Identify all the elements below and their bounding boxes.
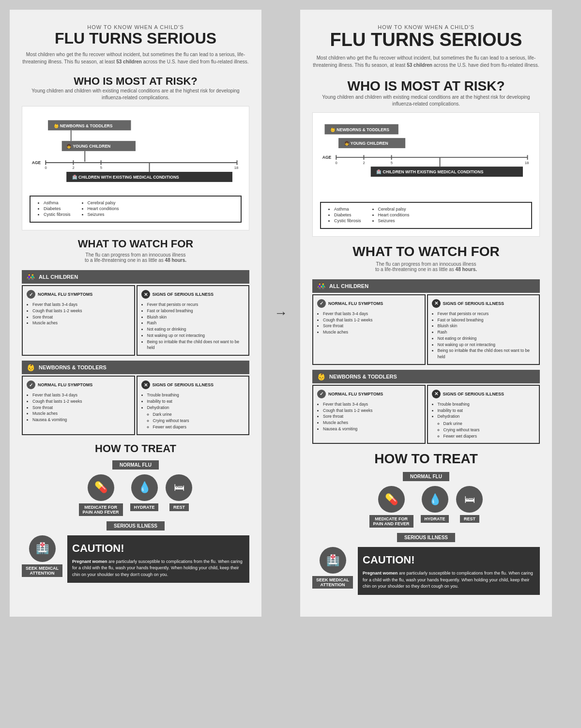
symptom-item: Trouble breathing (147, 392, 245, 398)
symptom-item: Sore throat (323, 413, 421, 420)
left-treat-section: HOW TO TREAT NORMAL FLU 💊 MEDICATE FORPA… (22, 442, 249, 583)
left-serious-symptoms-header: ✕ SIGNS OF SERIOUS ILLNESS (141, 290, 245, 299)
condition-item: Asthma (44, 200, 71, 205)
right-newborns-serious-label: SIGNS OF SERIOUS ILLNESS (443, 392, 505, 396)
right-newborns-header: 👶 NEWBORNS & TODDLERS (312, 370, 540, 383)
right-caution-text: Pregnant women are particularly suscepti… (363, 570, 535, 590)
check-icon: ✓ (317, 390, 326, 398)
right-serious-symptoms-box: ✕ SIGNS OF SERIOUS ILLNESS Fever that pe… (427, 294, 540, 365)
hydrate-label: HYDRATE (130, 503, 159, 511)
symptom-subitem: Fewer wet diapers (153, 424, 245, 430)
symptom-item: Fast or labored breathing (147, 308, 245, 314)
symptom-item: Cough that lasts 1-2 weeks (32, 308, 130, 314)
symptom-item: Inability to eat (147, 398, 245, 405)
svg-text:🏥 CHILDREN WITH EXISTING MEDI: 🏥 CHILDREN WITH EXISTING MEDICAL CONDITI… (376, 169, 483, 175)
left-all-children-section: 👫 ALL CHILDREN ✓ NORMAL FLU SYMPTOMS Fev… (22, 270, 249, 356)
left-serious-symptoms-label: SIGNS OF SERIOUS ILLNESS (153, 292, 214, 297)
svg-text:0: 0 (335, 161, 337, 165)
right-caution-box: CAUTION! Pregnant women are particularly… (358, 547, 540, 595)
left-newborns-serious-list: Trouble breathing Inability to eat Dehyd… (141, 392, 245, 430)
svg-text:AGE: AGE (322, 155, 332, 160)
right-rest-label: REST (460, 515, 479, 523)
symptom-item: Rash (147, 320, 245, 326)
left-risk-title: WHO IS MOST AT RISK? Young children and … (22, 75, 249, 101)
right-normal-symptoms-list: Fever that lasts 3-4 days Cough that las… (317, 311, 421, 335)
left-watch-subtitle: The flu can progress from an innocuous i… (22, 252, 249, 263)
rest-label: REST (169, 503, 189, 511)
left-treat-icons: 💊 MEDICATE FORPAIN AND FEVER 💧 HYDRATE 🛏… (22, 474, 249, 516)
condition-item: Heart conditions (88, 206, 119, 211)
condition-item: Diabetes (44, 206, 71, 211)
svg-text:👧 YOUNG CHILDREN: 👧 YOUNG CHILDREN (66, 144, 110, 150)
symptom-item: Fever that lasts 3-4 days (323, 311, 421, 317)
condition-item: Cerebral palsy (88, 200, 119, 205)
symptom-item: Fever that persists or recurs (438, 311, 535, 317)
page-container: How to know when a child's FLU TURNS SER… (10, 10, 571, 617)
svg-text:2: 2 (363, 161, 365, 165)
left-header-title: FLU TURNS SERIOUS (22, 30, 249, 47)
right-watch-subtitle: The flu can progress from an innocuous i… (312, 261, 540, 272)
seek-label: SEEK MEDICALATTENTION (22, 564, 62, 577)
left-treat-serious-row: 🏥 SEEK MEDICALATTENTION CAUTION! Pregnan… (22, 535, 249, 583)
left-serious-symptoms-list: Fever that persists or recurs Fast or la… (141, 302, 245, 351)
condition-item: Asthma (334, 207, 361, 212)
symptom-item: Trouble breathing (438, 401, 535, 408)
x-icon: ✕ (141, 290, 150, 299)
right-treat-hydrate: 💧 HYDRATE (421, 486, 449, 528)
symptom-item: Dehydration Dark urine Crying without te… (147, 405, 245, 430)
symptom-item: Muscle aches (32, 320, 130, 326)
symptom-item: Cough that lasts 1-2 weeks (32, 398, 130, 405)
symptom-subitem: Dark urine (153, 411, 245, 418)
right-watch-title: WHAT TO WATCH FOR (312, 244, 540, 259)
left-newborns-header: 👶 NEWBORNS & TODDLERS (22, 361, 249, 374)
right-newborns-label: NEWBORNS & TODDLERS (329, 374, 397, 379)
right-conditions-list: Asthma Diabetes Cystic fibrosis Cerebral… (327, 207, 525, 224)
condition-item: Heart conditions (378, 212, 410, 217)
symptom-subitem: Crying without tears (153, 418, 245, 424)
left-treat-medicate: 💊 MEDICATE FORPAIN AND FEVER (79, 474, 123, 516)
right-medicate-icon: 💊 (378, 486, 405, 513)
right-newborns-normal-list: Fever that lasts 3-4 days Cough that las… (317, 401, 421, 432)
svg-text:👶 NEWBORNS & TODDLERS: 👶 NEWBORNS & TODDLERS (330, 127, 389, 133)
symptom-item: Being so irritable that the child does n… (147, 339, 245, 351)
left-treat-serious-label: SERIOUS ILLNESS (107, 521, 165, 531)
left-newborns-serious-label: SIGNS OF SERIOUS ILLNESS (153, 382, 214, 387)
symptom-item: Muscle aches (32, 410, 130, 417)
condition-item: Cystic fibrosis (44, 212, 71, 217)
right-seek-medical: 🏥 SEEK MEDICALATTENTION (312, 547, 353, 589)
medicate-label: MEDICATE FORPAIN AND FEVER (79, 503, 123, 516)
right-caution-title: CAUTION! (363, 552, 535, 568)
symptom-item: Fever that lasts 3-4 days (32, 302, 130, 308)
check-icon: ✓ (27, 380, 35, 389)
right-risk-subtitle: Young children and children with existin… (312, 94, 540, 107)
symptom-subitem: Crying without tears (443, 427, 535, 433)
right-all-children-label: ALL CHILDREN (329, 283, 368, 289)
left-normal-symptoms-label: NORMAL FLU SYMPTOMS (38, 292, 92, 297)
left-newborns-normal-list: Fever that lasts 3-4 days Cough that las… (27, 392, 130, 423)
right-normal-symptoms-box: ✓ NORMAL FLU SYMPTOMS Fever that lasts 3… (312, 294, 426, 365)
symptom-item: Bluish skin (147, 314, 245, 320)
left-caution-text: Pregnant women are particularly suscepti… (72, 559, 245, 578)
right-newborns-serious-box: ✕ SIGNS OF SERIOUS ILLNESS Trouble breat… (427, 385, 540, 444)
symptom-item: Fever that persists or recurs (147, 302, 245, 308)
right-treat-icons: 💊 MEDICATE FORPAIN AND FEVER 💧 HYDRATE 🛏… (312, 486, 540, 528)
right-all-children-section: 👫 ALL CHILDREN ✓ NORMAL FLU SYMPTOMS Fev… (312, 279, 540, 365)
right-normal-symptoms-header: ✓ NORMAL FLU SYMPTOMS (317, 299, 421, 308)
x-icon: ✕ (141, 380, 150, 389)
left-infographic: How to know when a child's FLU TURNS SER… (10, 10, 261, 617)
right-treat-section: HOW TO TREAT NORMAL FLU 💊 MEDICATE FORPA… (312, 451, 540, 595)
x-icon: ✕ (432, 390, 441, 398)
symptom-item: Cough that lasts 1-2 weeks (323, 317, 421, 323)
left-header-desc: Most children who get the flu recover wi… (22, 51, 249, 65)
left-newborns-normal-box: ✓ NORMAL FLU SYMPTOMS Fever that lasts 3… (22, 376, 135, 435)
symptom-item: Not waking up or not interacting (147, 333, 245, 339)
left-caution-title: CAUTION! (72, 540, 245, 556)
symptom-item: Dehydration Dark urine Crying without te… (438, 413, 535, 439)
right-treat-rest: 🛏 REST (456, 486, 483, 528)
left-all-children-header: 👫 ALL CHILDREN (22, 270, 249, 284)
svg-text:18: 18 (234, 166, 238, 170)
left-newborns-serious-box: ✕ SIGNS OF SERIOUS ILLNESS Trouble breat… (137, 376, 250, 435)
left-newborns-serious-header: ✕ SIGNS OF SERIOUS ILLNESS (141, 380, 245, 389)
symptom-subitem: Dark urine (443, 421, 535, 427)
right-conditions-col2: Cerebral palsy Heart conditions Seizures (371, 207, 410, 224)
